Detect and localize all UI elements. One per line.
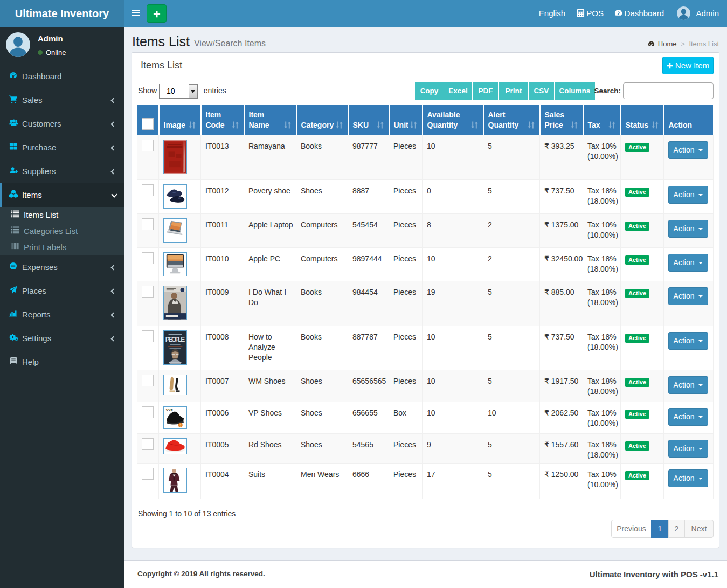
svg-text:VYP: VYP [166,408,172,412]
svg-text:PEOPLE: PEOPLE [165,336,185,343]
